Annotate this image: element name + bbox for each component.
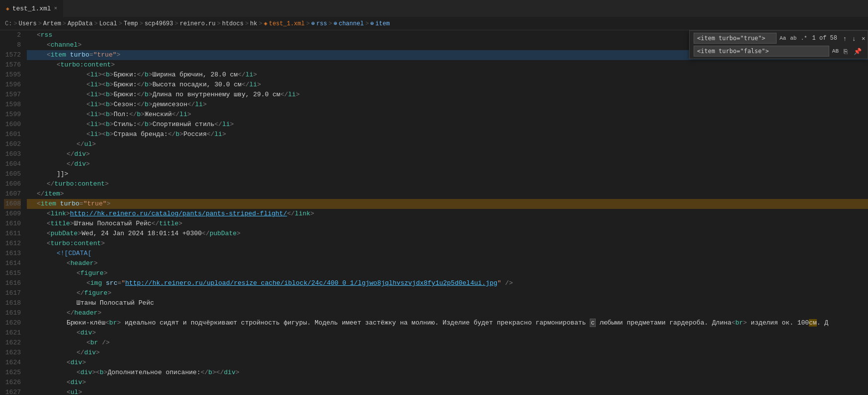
ab-replace-label: AB [831, 48, 840, 54]
ln-1610: 1610 [4, 219, 21, 229]
ln-1596: 1596 [4, 80, 21, 90]
bc-artem[interactable]: Artem [43, 20, 61, 27]
ln-1607: 1607 [4, 189, 21, 199]
code-line-1624: <div> [27, 358, 868, 368]
ln-1572: 1572 [4, 50, 21, 60]
ln-1603: 1603 [4, 149, 21, 159]
code-line-1608: <item turbo="true"> [27, 199, 868, 209]
code-line-1626: <div> [27, 378, 868, 388]
bc-reinero[interactable]: reinero.ru [180, 20, 216, 27]
ln-1625: 1625 [4, 368, 21, 378]
ln-1600: 1600 [4, 120, 21, 130]
bc-users[interactable]: Users [19, 20, 37, 27]
ln-1576: 1576 [4, 60, 21, 70]
xml-file-icon: ◈ [6, 5, 9, 12]
code-line-1621: <div> [27, 328, 868, 338]
bc-sep-1: > [13, 20, 17, 27]
code-line-1613: <![CDATA[ [27, 249, 868, 259]
regex-label[interactable]: .* [799, 35, 808, 41]
ln-1621: 1621 [4, 328, 21, 338]
editor-container: 2 8 1572 1576 1595 1596 1597 1598 1599 1… [0, 30, 868, 395]
ln-1612: 1612 [4, 239, 21, 249]
bc-channel[interactable]: channel [339, 20, 364, 27]
ln-1595: 1595 [4, 70, 21, 80]
search-close-btn[interactable]: × [860, 34, 868, 43]
ln-2: 2 [4, 30, 21, 40]
ln-1614: 1614 [4, 259, 21, 268]
ln-1626: 1626 [4, 378, 21, 388]
bc-hk[interactable]: hk [250, 20, 257, 27]
code-line-1604: </div> [27, 159, 868, 169]
ln-1599: 1599 [4, 110, 21, 120]
code-line-1625: <div><b>Дополнительное описание:</b></di… [27, 368, 868, 378]
code-line-1622: <br /> [27, 338, 868, 348]
search-count: 1 of 58 [810, 35, 839, 42]
line-numbers: 2 8 1572 1576 1595 1596 1597 1598 1599 1… [0, 30, 25, 395]
ab-label[interactable]: ab [789, 35, 797, 41]
replace-btn[interactable]: ⎘ [842, 47, 850, 56]
bc-xml-icon-small: ◈ [264, 20, 267, 27]
replace-all-btn[interactable]: 📌 [852, 47, 864, 56]
code-line-1612: <turbo:content> [27, 239, 868, 249]
code-line-1606: </turbo:content> [27, 179, 868, 189]
bc-scp[interactable]: scp49693 [145, 20, 173, 27]
code-line-1620: Брюки-клёш<br> идеально сидят и подчёрки… [27, 318, 868, 328]
code-editor[interactable]: <rss <channel> <item turbo="true"> <turb… [25, 30, 868, 395]
search-next-btn[interactable]: ↓ [851, 34, 858, 43]
code-line-1623: </div> [27, 348, 868, 358]
code-line-1595: <li><b>Брюки:</b>Ширина брючин, 28.0 см<… [27, 70, 868, 80]
ln-1616: 1616 [4, 278, 21, 288]
ln-1606: 1606 [4, 179, 21, 189]
search-input-1[interactable] [694, 33, 777, 44]
code-line-1617: </figure> [27, 288, 868, 298]
code-line-1611: <pubDate>Wed, 24 Jan 2024 18:01:14 +0300… [27, 229, 868, 239]
code-line-1619: </header> [27, 308, 868, 318]
code-line-1597: <li><b>Брюки:</b>Длина по внутреннему шв… [27, 90, 868, 100]
ln-1620: 1620 [4, 318, 21, 328]
ln-1627: 1627 [4, 388, 21, 395]
search-replace-input[interactable] [694, 46, 829, 57]
code-line-1602: </ul> [27, 139, 868, 149]
bc-rss[interactable]: rss [316, 20, 327, 27]
bc-htdocs[interactable]: htdocs [222, 20, 243, 27]
bc-testxml[interactable]: test_1.xml [269, 20, 305, 27]
ln-1615: 1615 [4, 268, 21, 278]
tab-close-icon[interactable]: × [54, 5, 58, 11]
ln-1605: 1605 [4, 169, 21, 179]
code-line-1607: </item> [27, 189, 868, 199]
code-line-1627: <ul> [27, 388, 868, 395]
ln-1608: 1608 [4, 199, 21, 209]
bc-local[interactable]: Local [99, 20, 117, 27]
ln-1601: 1601 [4, 130, 21, 139]
tab-bar: ◈ test_1.xml × [0, 0, 868, 17]
search-prev-btn[interactable]: ↑ [841, 34, 849, 43]
ln-1624: 1624 [4, 358, 21, 368]
bc-temp[interactable]: Temp [124, 20, 138, 27]
bc-rss-icon: ⊕ [311, 20, 315, 27]
ln-1617: 1617 [4, 288, 21, 298]
bc-item[interactable]: item [376, 20, 390, 27]
code-line-1609: <link>http://hk.reinero.ru/catalog/pants… [27, 209, 868, 219]
ln-1611: 1611 [4, 229, 21, 239]
search-overlay: Aa ab .* 1 of 58 ↑ ↓ × AB ⎘ 📌 [689, 30, 868, 59]
ln-1618: 1618 [4, 298, 21, 308]
code-line-1601: <li><b>Страна бренда:</b>Россия</li> [27, 130, 868, 139]
code-line-1576: <turbo:content> [27, 60, 868, 70]
bc-item-icon: ⊕ [370, 20, 374, 27]
bc-c: C: [5, 20, 12, 27]
code-line-1610: <title>Штаны Полосатый Рейс</title> [27, 219, 868, 229]
tab-test-xml[interactable]: ◈ test_1.xml × [0, 0, 64, 17]
ln-1597: 1597 [4, 90, 21, 100]
code-line-1616: <img src="http://hk.reinero.ru/upload/re… [27, 278, 868, 288]
code-line-1596: <li><b>Брюки:</b>Высота посадки, 30.0 см… [27, 80, 868, 90]
code-line-1614: <header> [27, 259, 868, 268]
code-line-1605: ]]> [27, 169, 868, 179]
ln-1604: 1604 [4, 159, 21, 169]
bc-channel-icon: ⊕ [333, 20, 337, 27]
code-line-1598: <li><b>Сезон:</b>демисезон</li> [27, 100, 868, 110]
search-row-1: Aa ab .* 1 of 58 ↑ ↓ × [694, 33, 864, 44]
bc-appdata[interactable]: AppData [68, 20, 92, 27]
tab-filename: test_1.xml [12, 5, 51, 12]
aa-label[interactable]: Aa [779, 35, 787, 41]
search-row-2: AB ⎘ 📌 [694, 46, 864, 57]
